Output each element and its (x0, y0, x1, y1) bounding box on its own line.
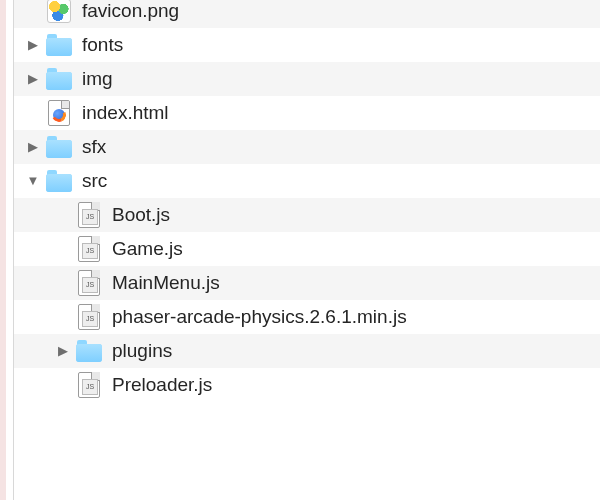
tree-item-label: phaser-arcade-physics.2.6.1.min.js (112, 306, 407, 328)
disclosure-triangle-closed-icon[interactable]: ▶ (24, 70, 42, 88)
file-mainmenu-js[interactable]: MainMenu.js (14, 266, 600, 300)
file-favicon-png[interactable]: favicon.png (14, 0, 600, 28)
tree-item-label: plugins (112, 340, 172, 362)
image-thumbnail-icon (46, 0, 72, 24)
folder-img[interactable]: ▶img (14, 62, 600, 96)
folder-plugins[interactable]: ▶plugins (14, 334, 600, 368)
file-phaser-arcade-physics-min-js[interactable]: phaser-arcade-physics.2.6.1.min.js (14, 300, 600, 334)
folder-icon (46, 168, 72, 194)
folder-sfx[interactable]: ▶sfx (14, 130, 600, 164)
disclosure-triangle-closed-icon[interactable]: ▶ (54, 342, 72, 360)
tree-item-label: img (82, 68, 113, 90)
disclosure-triangle-closed-icon[interactable]: ▶ (24, 36, 42, 54)
file-boot-js[interactable]: Boot.js (14, 198, 600, 232)
tree-item-label: favicon.png (82, 0, 179, 22)
folder-icon (76, 338, 102, 364)
tree-item-label: fonts (82, 34, 123, 56)
tree-item-label: src (82, 170, 107, 192)
disclosure-triangle-closed-icon[interactable]: ▶ (24, 138, 42, 156)
file-game-js[interactable]: Game.js (14, 232, 600, 266)
html-file-icon (46, 100, 72, 126)
js-file-icon (76, 202, 102, 228)
js-file-icon (76, 270, 102, 296)
js-file-icon (76, 372, 102, 398)
folder-src[interactable]: ▼src (14, 164, 600, 198)
folder-icon (46, 134, 72, 160)
folder-icon (46, 66, 72, 92)
tree-item-label: index.html (82, 102, 169, 124)
file-tree-panel: favicon.png▶fonts▶imgindex.html▶sfx▼srcB… (13, 0, 600, 500)
tree-item-label: Preloader.js (112, 374, 212, 396)
tree-item-label: MainMenu.js (112, 272, 220, 294)
folder-icon (46, 32, 72, 58)
file-preloader-js[interactable]: Preloader.js (14, 368, 600, 402)
tree-item-label: Game.js (112, 238, 183, 260)
tree-item-label: Boot.js (112, 204, 170, 226)
tree-item-label: sfx (82, 136, 106, 158)
js-file-icon (76, 236, 102, 262)
js-file-icon (76, 304, 102, 330)
disclosure-triangle-open-icon[interactable]: ▼ (24, 172, 42, 190)
file-index-html[interactable]: index.html (14, 96, 600, 130)
folder-fonts[interactable]: ▶fonts (14, 28, 600, 62)
